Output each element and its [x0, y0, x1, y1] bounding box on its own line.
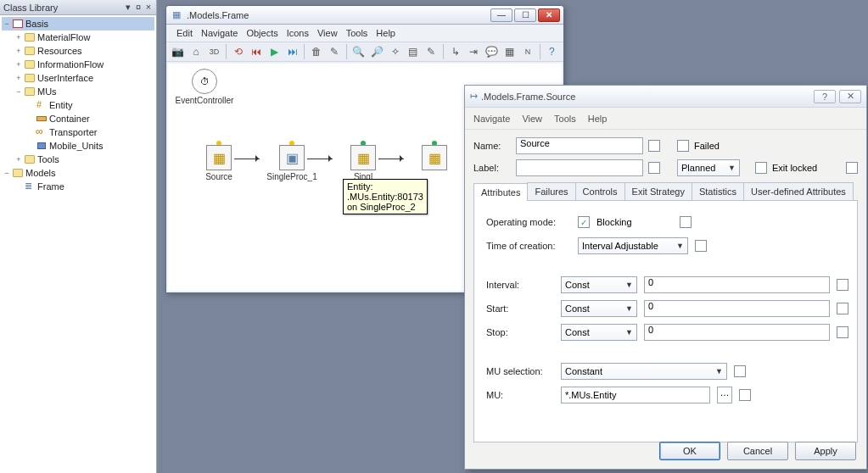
mu-inherit-checkbox[interactable]: [739, 389, 751, 401]
musel-combo[interactable]: Constant▼: [561, 363, 727, 380]
tb-ff-icon[interactable]: ⏭: [284, 43, 300, 60]
name-field[interactable]: Source: [516, 137, 643, 154]
start-dist-combo[interactable]: Const▼: [561, 300, 637, 317]
tb-connector-icon[interactable]: ↳: [447, 43, 463, 60]
node-eventcontroller[interactable]: ⏱ EventController: [173, 69, 236, 105]
stop-inherit-checkbox[interactable]: [837, 326, 848, 338]
dlg-menu-help[interactable]: Help: [588, 114, 608, 124]
menu-edit[interactable]: Edit: [176, 28, 193, 38]
maximize-button[interactable]: ☐: [514, 8, 536, 22]
apply-button[interactable]: Apply: [795, 442, 856, 460]
dialog-close-button[interactable]: ✕: [839, 90, 861, 103]
tb-reset-icon[interactable]: ⟲: [230, 43, 246, 60]
tab-statistics[interactable]: Statistics: [692, 182, 744, 200]
exitlocked-checkbox[interactable]: [755, 162, 767, 174]
tb-comment-icon[interactable]: 💬: [484, 43, 500, 60]
dlg-menu-view[interactable]: View: [522, 114, 542, 124]
tree-mus[interactable]: −MUs: [2, 85, 154, 98]
failed-checkbox[interactable]: [677, 140, 689, 152]
tb-home-icon[interactable]: ⌂: [188, 43, 204, 60]
panel-close-icon[interactable]: ×: [144, 2, 153, 13]
close-button[interactable]: ✕: [538, 8, 560, 22]
tree-transporter[interactable]: Transporter: [2, 125, 154, 139]
interval-dist-combo[interactable]: Const▼: [561, 276, 637, 293]
tree-basis[interactable]: −Basis: [2, 17, 154, 31]
label-field[interactable]: [516, 159, 643, 176]
tab-controls[interactable]: Controls: [575, 182, 625, 200]
tree-informationflow[interactable]: +InformationFlow: [2, 58, 154, 71]
panel-pin-icon[interactable]: ¤: [134, 2, 143, 13]
dialog-help-button[interactable]: ?: [814, 90, 836, 103]
tb-chart-icon[interactable]: ▤: [405, 43, 421, 60]
tb-zoomout-icon[interactable]: 🔎: [369, 43, 385, 60]
blocking-checkbox[interactable]: ✓: [578, 216, 590, 228]
minimize-button[interactable]: —: [490, 8, 512, 22]
dlg-menu-navigate[interactable]: Navigate: [473, 114, 510, 124]
node-drain[interactable]: ▦: [409, 145, 460, 170]
tab-attributes[interactable]: Attributes: [473, 183, 528, 201]
tab-failures[interactable]: Failures: [527, 182, 575, 200]
name-inherit-checkbox[interactable]: [648, 140, 660, 152]
tb-rewind-icon[interactable]: ⏮: [248, 43, 264, 60]
interval-inherit-checkbox[interactable]: [837, 279, 848, 291]
tree-models[interactable]: −Models: [2, 166, 154, 180]
tb-play-icon[interactable]: ▶: [266, 43, 283, 60]
source-dialog: ↦ .Models.Frame.Source ? ✕ Navigate View…: [464, 85, 867, 470]
start-inherit-checkbox[interactable]: [837, 303, 848, 314]
tab-exit[interactable]: Exit Strategy: [624, 182, 692, 200]
dlg-menu-tools[interactable]: Tools: [554, 114, 576, 124]
tb-edit-icon[interactable]: ✎: [423, 43, 440, 60]
tb-target-icon[interactable]: ✧: [387, 43, 403, 60]
tb-camera-icon[interactable]: 📷: [170, 43, 186, 60]
tb-brush-icon[interactable]: ✎: [327, 43, 343, 60]
tb-help-icon[interactable]: ?: [544, 43, 560, 60]
node-singleproc1[interactable]: ▣ SingleProc_1: [266, 145, 317, 181]
menu-icons[interactable]: Icons: [287, 28, 309, 38]
tree-frame[interactable]: Frame: [2, 180, 154, 193]
menu-tools[interactable]: Tools: [346, 28, 368, 38]
tree-mobile-units[interactable]: Mobile_Units: [2, 139, 154, 153]
tb-grid-icon[interactable]: ▦: [501, 43, 518, 60]
tb-zoomin-icon[interactable]: 🔍: [350, 43, 367, 60]
tb-names-icon[interactable]: N: [519, 43, 535, 60]
node-singleproc2[interactable]: ▦ Singl: [338, 145, 389, 181]
node-source[interactable]: ▦ Source: [193, 145, 244, 181]
menu-navigate[interactable]: Navigate: [201, 28, 238, 38]
opmode-inherit-checkbox[interactable]: [680, 216, 692, 228]
toc-inherit-checkbox[interactable]: [695, 240, 707, 252]
planned-combo[interactable]: Planned▼: [677, 159, 740, 176]
class-library-panel: Class Library ▾ ¤ × −Basis +MaterialFlow…: [0, 0, 157, 473]
menu-view[interactable]: View: [317, 28, 338, 38]
tree-materialflow[interactable]: +MaterialFlow: [2, 31, 154, 44]
musel-inherit-checkbox[interactable]: [734, 365, 746, 377]
cancel-button[interactable]: Cancel: [727, 442, 788, 460]
mdi-area: ▦ .Models.Frame — ☐ ✕ Edit Navigate Obje…: [157, 0, 868, 473]
mu-field[interactable]: *.MUs.Entity: [561, 387, 710, 403]
menu-help[interactable]: Help: [376, 28, 395, 38]
dialog-titlebar[interactable]: ↦ .Models.Frame.Source ? ✕: [465, 86, 866, 108]
frame-window-titlebar[interactable]: ▦ .Models.Frame — ☐ ✕: [166, 6, 563, 25]
tab-user[interactable]: User-defined Attributes: [743, 182, 854, 200]
tree-resources[interactable]: +Resources: [2, 44, 154, 58]
interval-field[interactable]: 0: [644, 276, 830, 293]
ok-button[interactable]: OK: [659, 442, 720, 460]
tree-entity[interactable]: Entity: [2, 98, 154, 112]
tree-container[interactable]: Container: [2, 112, 154, 125]
blocking-label: Blocking: [596, 217, 632, 227]
exitlocked-inherit-checkbox[interactable]: [846, 162, 858, 174]
stop-dist-combo[interactable]: Const▼: [561, 324, 637, 341]
tree-tools[interactable]: +Tools: [2, 153, 154, 166]
dialog-buttons: OK Cancel Apply: [659, 442, 856, 460]
class-library-tree[interactable]: −Basis +MaterialFlow +Resources +Informa…: [0, 15, 156, 195]
tb-link-icon[interactable]: ⇥: [465, 43, 481, 60]
panel-menu-icon[interactable]: ▾: [124, 2, 132, 13]
toc-combo[interactable]: Interval Adjustable▼: [578, 237, 688, 254]
tb-delete-icon[interactable]: 🗑: [308, 43, 324, 60]
label-inherit-checkbox[interactable]: [648, 162, 660, 174]
stop-field[interactable]: 0: [644, 324, 830, 341]
mu-browse-button[interactable]: …: [717, 387, 732, 403]
menu-objects[interactable]: Objects: [246, 28, 277, 38]
tb-3d-icon[interactable]: 3D: [206, 43, 222, 60]
tree-userinterface[interactable]: +UserInterface: [2, 71, 154, 85]
start-field[interactable]: 0: [644, 300, 830, 317]
